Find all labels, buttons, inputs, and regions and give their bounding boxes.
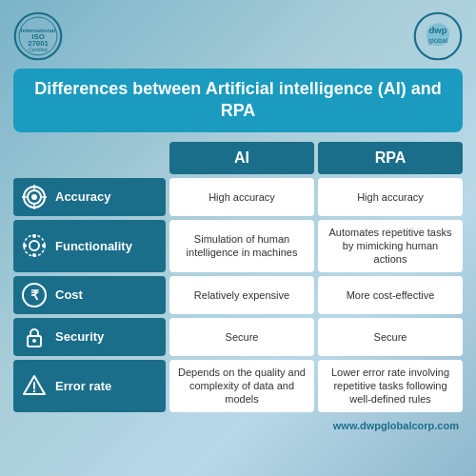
svg-point-22 xyxy=(42,244,46,248)
cell-cost-rpa: More cost-effective xyxy=(318,276,463,314)
cell-cost-ai: Relatively expensive xyxy=(169,276,314,314)
cell-error-rpa: Lower error rate involving repetitive ta… xyxy=(318,360,463,412)
row-label-text: Cost xyxy=(55,288,83,302)
svg-point-18 xyxy=(24,235,45,256)
row-label-text: Accuracy xyxy=(55,189,111,204)
svg-point-20 xyxy=(32,253,36,257)
iso-logo: International ISO 27001 Certified xyxy=(13,11,63,61)
title-box: Differences between Artificial intellige… xyxy=(13,69,463,132)
table-header: AI RPA xyxy=(13,142,463,174)
settings-icon xyxy=(21,232,48,259)
header-rpa: RPA xyxy=(318,142,463,174)
svg-point-21 xyxy=(23,244,27,248)
row-label-accuracy: Accuracy xyxy=(13,178,166,216)
row-label-security: Security xyxy=(13,318,166,356)
row-label-error-rate: Error rate xyxy=(13,360,166,412)
footer: www.dwpglobalcorp.com xyxy=(10,416,466,431)
table-row: Functionality Simulation of human intell… xyxy=(13,220,463,272)
comparison-table: AI RPA Accuracy Hig xyxy=(10,142,466,412)
svg-point-29 xyxy=(33,390,35,392)
row-label-cost: ₹ Cost xyxy=(13,276,166,314)
top-logos: International ISO 27001 Certified dwp gl… xyxy=(10,10,466,63)
svg-point-26 xyxy=(32,339,36,343)
row-label-text: Error rate xyxy=(55,379,111,393)
svg-text:dwp: dwp xyxy=(428,25,446,35)
row-label-text: Security xyxy=(55,329,104,344)
cell-functionality-ai: Simulation of human intelligence in mach… xyxy=(169,220,314,272)
table-row: Accuracy High accuracy High accuracy xyxy=(13,178,463,216)
table-row: Error rate Depends on the quality and co… xyxy=(13,360,463,412)
cell-security-ai: Secure xyxy=(169,318,314,356)
header-empty xyxy=(13,142,166,174)
svg-text:global: global xyxy=(428,36,448,45)
page-title: Differences between Artificial intellige… xyxy=(29,78,447,123)
row-label-functionality: Functionality xyxy=(13,220,166,272)
table-row: Security Secure Secure xyxy=(13,318,463,356)
target-icon xyxy=(21,184,48,210)
svg-text:27001: 27001 xyxy=(28,39,49,48)
cell-security-rpa: Secure xyxy=(318,318,463,356)
page-container: International ISO 27001 Certified dwp gl… xyxy=(0,0,476,476)
svg-point-12 xyxy=(31,194,37,200)
rupee-icon: ₹ xyxy=(21,282,48,308)
row-label-text: Functionality xyxy=(55,239,132,253)
svg-text:Certified: Certified xyxy=(29,47,47,52)
svg-text:₹: ₹ xyxy=(30,288,39,303)
table-row: ₹ Cost Relatively expensive More cost-ef… xyxy=(13,276,463,314)
footer-url: www.dwpglobalcorp.com xyxy=(333,420,459,431)
dwp-logo: dwp global xyxy=(413,11,463,61)
cell-functionality-rpa: Automates repetitive tasks by mimicking … xyxy=(318,220,463,272)
cell-error-ai: Depends on the quality and complexity of… xyxy=(169,360,314,412)
cell-accuracy-ai: High accuracy xyxy=(169,178,314,216)
lock-icon xyxy=(21,324,48,350)
warning-icon xyxy=(21,372,48,399)
header-ai: AI xyxy=(169,142,314,174)
cell-accuracy-rpa: High accuracy xyxy=(318,178,463,216)
svg-point-19 xyxy=(32,234,36,238)
svg-point-17 xyxy=(30,241,39,250)
